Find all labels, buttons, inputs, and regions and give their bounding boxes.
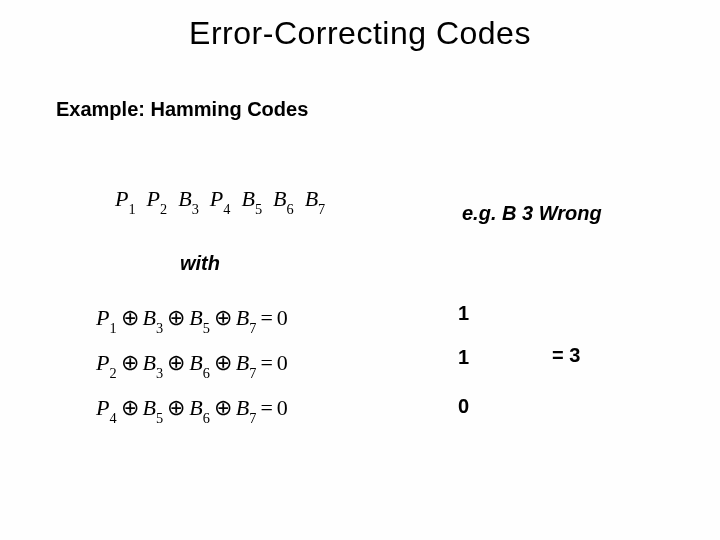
example-note: e.g. B 3 Wrong xyxy=(462,202,602,225)
example-subtitle: Example: Hamming Codes xyxy=(56,98,308,121)
code-bit: P4 xyxy=(210,186,231,211)
syndrome-bit-3: 0 xyxy=(458,395,469,418)
with-label: with xyxy=(180,252,220,275)
syndrome-bit-1: 1 xyxy=(458,302,469,325)
code-bit: B6 xyxy=(273,186,294,211)
code-bit-row: P1 P2 B3 P4 B5 B6 B7 xyxy=(115,186,325,215)
parity-equation-1: P1⊕B3⊕B5⊕B7=0 xyxy=(96,305,288,334)
code-bit: P2 xyxy=(147,186,168,211)
page-title: Error-Correcting Codes xyxy=(0,15,720,52)
parity-equation-3: P4⊕B5⊕B6⊕B7=0 xyxy=(96,395,288,424)
syndrome-bit-2: 1 xyxy=(458,346,469,369)
code-bit: P1 xyxy=(115,186,136,211)
code-bit: B3 xyxy=(178,186,199,211)
code-bit: B5 xyxy=(241,186,262,211)
syndrome-value: = 3 xyxy=(552,344,580,367)
parity-equation-2: P2⊕B3⊕B6⊕B7=0 xyxy=(96,350,288,379)
code-bit: B7 xyxy=(305,186,326,211)
